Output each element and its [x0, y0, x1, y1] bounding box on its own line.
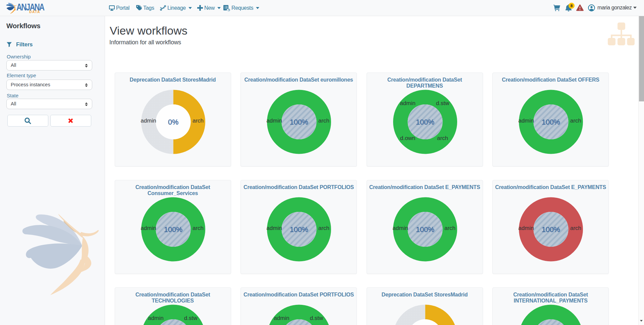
svg-text:arch: arch: [318, 118, 329, 124]
svg-text:100%: 100%: [542, 118, 560, 126]
svg-text:arch: arch: [444, 225, 455, 231]
svg-text:admin: admin: [266, 118, 282, 124]
svg-text:admin: admin: [392, 225, 408, 231]
svg-text:admin: admin: [141, 225, 156, 231]
svg-text:100%: 100%: [290, 226, 308, 234]
svg-text:d.stw: d.stw: [436, 100, 449, 106]
svg-text:admin: admin: [400, 100, 415, 106]
svg-text:100%: 100%: [416, 118, 434, 126]
svg-text:arch: arch: [437, 135, 448, 141]
svg-text:d.own: d.own: [400, 135, 415, 141]
svg-text:arch: arch: [570, 118, 581, 124]
svg-text:100%: 100%: [416, 226, 434, 234]
svg-text:admin: admin: [141, 118, 156, 124]
svg-text:d.stw: d.stw: [310, 315, 323, 321]
svg-text:admin: admin: [518, 225, 534, 231]
svg-text:arch: arch: [192, 118, 203, 124]
svg-text:100%: 100%: [290, 118, 308, 126]
svg-text:0%: 0%: [168, 118, 178, 126]
svg-text:admin: admin: [518, 118, 534, 124]
svg-text:admin: admin: [266, 225, 282, 231]
svg-text:arch: arch: [318, 225, 329, 231]
svg-text:100%: 100%: [542, 226, 560, 234]
svg-text:100%: 100%: [164, 226, 182, 234]
svg-text:arch: arch: [192, 225, 203, 231]
svg-text:admin: admin: [148, 315, 163, 321]
svg-text:admin: admin: [274, 315, 289, 321]
svg-text:d.stw: d.stw: [184, 315, 197, 321]
svg-text:arch: arch: [570, 225, 581, 231]
